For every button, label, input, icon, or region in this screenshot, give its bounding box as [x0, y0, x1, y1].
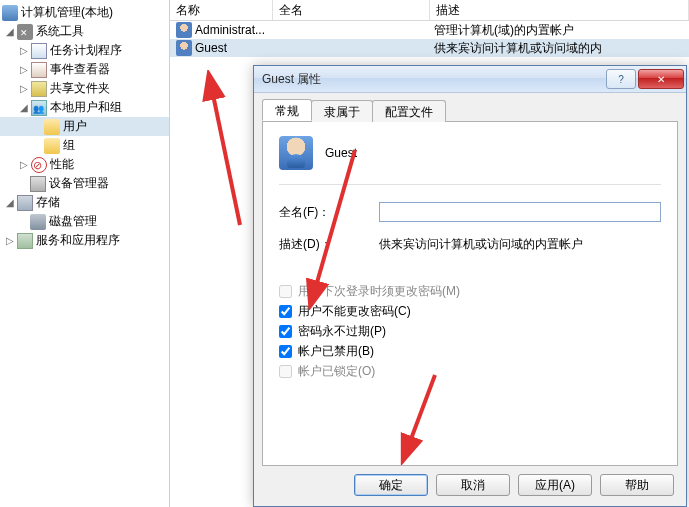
- check-neverexpire[interactable]: 密码永不过期(P): [279, 323, 661, 339]
- tree-localusers[interactable]: ◢ 本地用户和组: [0, 98, 169, 117]
- apply-button[interactable]: 应用(A): [518, 474, 592, 496]
- perf-icon: [31, 157, 47, 173]
- check-mustchange: 用户下次登录时须更改密码(M): [279, 283, 661, 299]
- tree-label: 系统工具: [36, 23, 84, 40]
- cell-name: Administrat...: [195, 23, 265, 37]
- dialog-title: Guest 属性: [262, 71, 604, 88]
- tree-disk[interactable]: 磁盘管理: [0, 212, 169, 231]
- username: Guest: [325, 146, 357, 160]
- device-icon: [30, 176, 46, 192]
- expand-icon[interactable]: ▷: [18, 42, 29, 59]
- check-mustchange-box: [279, 285, 292, 298]
- share-icon: [31, 81, 47, 97]
- nav-tree: 计算机管理(本地) ◢ 系统工具 ▷ 任务计划程序 ▷ 事件查看器 ▷ 共享文件…: [0, 0, 170, 507]
- col-desc[interactable]: 描述: [430, 0, 689, 20]
- check-disabled[interactable]: 帐户已禁用(B): [279, 343, 661, 359]
- cancel-button[interactable]: 取消: [436, 474, 510, 496]
- check-neverexpire-box[interactable]: [279, 325, 292, 338]
- expand-icon[interactable]: ▷: [18, 61, 29, 78]
- tree-label: 本地用户和组: [50, 99, 122, 116]
- folder-icon: [44, 138, 60, 154]
- help-button[interactable]: 帮助: [600, 474, 674, 496]
- task-icon: [31, 43, 47, 59]
- fullname-input[interactable]: [379, 202, 661, 222]
- titlebar[interactable]: Guest 属性 ? ✕: [254, 66, 686, 93]
- tree-users[interactable]: 用户: [0, 117, 169, 136]
- col-fullname[interactable]: 全名: [273, 0, 430, 20]
- check-label: 用户不能更改密码(C): [298, 303, 411, 320]
- check-locked-box: [279, 365, 292, 378]
- tree-device[interactable]: 设备管理器: [0, 174, 169, 193]
- tree-services[interactable]: ▷ 服务和应用程序: [0, 231, 169, 250]
- check-label: 密码永不过期(P): [298, 323, 386, 340]
- tree-label: 组: [63, 137, 75, 154]
- cell-desc: 供来宾访问计算机或访问域的内: [428, 40, 689, 57]
- tree-label: 磁盘管理: [49, 213, 97, 230]
- tree-label: 任务计划程序: [50, 42, 122, 59]
- cell-desc: 管理计算机(域)的内置帐户: [428, 22, 689, 39]
- desc-label: 描述(D)：: [279, 236, 379, 253]
- collapse-icon[interactable]: ◢: [4, 23, 15, 40]
- computer-icon: [2, 5, 18, 21]
- check-label: 用户下次登录时须更改密码(M): [298, 283, 460, 300]
- tree-root[interactable]: 计算机管理(本地): [0, 3, 169, 22]
- tree-label: 共享文件夹: [50, 80, 110, 97]
- dialog-buttons: 确定 取消 应用(A) 帮助: [262, 466, 678, 498]
- tree-label: 事件查看器: [50, 61, 110, 78]
- user-icon: [176, 22, 192, 38]
- tab-general[interactable]: 常规: [262, 99, 312, 121]
- check-locked: 帐户已锁定(O): [279, 363, 661, 379]
- tree-perf[interactable]: ▷ 性能: [0, 155, 169, 174]
- tab-memberof[interactable]: 隶属于: [311, 100, 373, 122]
- close-button[interactable]: ✕: [638, 69, 684, 89]
- desc-value: 供来宾访问计算机或访问域的内置帐户: [379, 236, 661, 253]
- check-disabled-box[interactable]: [279, 345, 292, 358]
- user-large-icon: [279, 136, 313, 170]
- check-cannotchange-box[interactable]: [279, 305, 292, 318]
- ok-button[interactable]: 确定: [354, 474, 428, 496]
- tree-label: 用户: [63, 118, 87, 135]
- tree-systemtools[interactable]: ◢ 系统工具: [0, 22, 169, 41]
- tools-icon: [17, 24, 33, 40]
- tab-profile[interactable]: 配置文件: [372, 100, 446, 122]
- tree-storage[interactable]: ◢ 存储: [0, 193, 169, 212]
- help-button[interactable]: ?: [606, 69, 636, 89]
- folder-icon: [44, 119, 60, 135]
- guest-properties-dialog: Guest 属性 ? ✕ 常规 隶属于 配置文件 Guest 全名(F)： 描述…: [253, 65, 687, 507]
- tree-event[interactable]: ▷ 事件查看器: [0, 60, 169, 79]
- tree-task[interactable]: ▷ 任务计划程序: [0, 41, 169, 60]
- cell-name: Guest: [195, 41, 227, 55]
- users-icon: [31, 100, 47, 116]
- list-row[interactable]: Guest 供来宾访问计算机或访问域的内: [170, 39, 689, 57]
- user-icon: [176, 40, 192, 56]
- disk-icon: [30, 214, 46, 230]
- collapse-icon[interactable]: ◢: [4, 194, 15, 211]
- tree-root-label: 计算机管理(本地): [21, 4, 113, 21]
- event-icon: [31, 62, 47, 78]
- expand-icon[interactable]: ▷: [18, 156, 29, 173]
- tree-label: 服务和应用程序: [36, 232, 120, 249]
- tree-shared[interactable]: ▷ 共享文件夹: [0, 79, 169, 98]
- check-label: 帐户已锁定(O): [298, 363, 375, 380]
- tabstrip: 常规 隶属于 配置文件: [262, 99, 678, 121]
- expand-icon[interactable]: ▷: [4, 232, 15, 249]
- col-name[interactable]: 名称: [170, 0, 273, 20]
- tab-general-page: Guest 全名(F)： 描述(D)： 供来宾访问计算机或访问域的内置帐户 用户…: [262, 121, 678, 466]
- list-row[interactable]: Administrat... 管理计算机(域)的内置帐户: [170, 21, 689, 39]
- tree-label: 设备管理器: [49, 175, 109, 192]
- tree-label: 存储: [36, 194, 60, 211]
- tree-label: 性能: [50, 156, 74, 173]
- list-header: 名称 全名 描述: [170, 0, 689, 21]
- fullname-label: 全名(F)：: [279, 204, 379, 221]
- expand-icon[interactable]: ▷: [18, 80, 29, 97]
- check-label: 帐户已禁用(B): [298, 343, 374, 360]
- tree-groups[interactable]: 组: [0, 136, 169, 155]
- storage-icon: [17, 195, 33, 211]
- collapse-icon[interactable]: ◢: [18, 99, 29, 116]
- check-cannotchange[interactable]: 用户不能更改密码(C): [279, 303, 661, 319]
- service-icon: [17, 233, 33, 249]
